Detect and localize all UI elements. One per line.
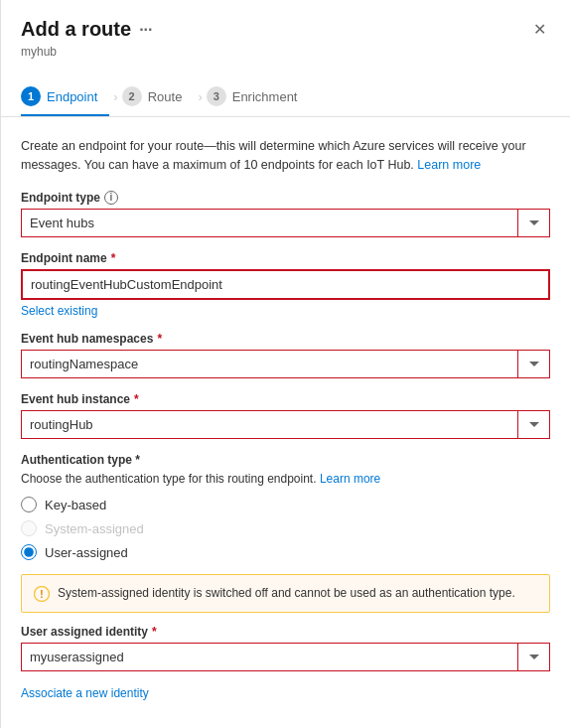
auth-learn-more-link[interactable]: Learn more: [320, 472, 380, 486]
endpoint-type-label: Endpoint type i: [21, 191, 550, 205]
namespaces-select[interactable]: routingNamespace: [22, 351, 549, 377]
step-endpoint[interactable]: 1 Endpoint: [21, 78, 109, 116]
radio-key-based-input[interactable]: [21, 497, 37, 512]
user-identity-required: *: [152, 625, 157, 639]
namespaces-select-wrapper: routingNamespace: [21, 350, 550, 378]
auth-type-group: Authentication type * Choose the authent…: [21, 453, 550, 561]
endpoint-type-group: Endpoint type i Event hubs: [21, 191, 550, 237]
step-route[interactable]: 2 Route: [122, 78, 195, 116]
radio-user-assigned-input[interactable]: [21, 544, 37, 560]
step-sep-2: ›: [198, 89, 202, 106]
endpoint-name-input[interactable]: [21, 269, 550, 300]
radio-system-assigned[interactable]: System-assigned: [21, 520, 550, 536]
description-text: Create an endpoint for your route—this w…: [21, 137, 550, 175]
endpoint-name-label: Endpoint name *: [21, 251, 550, 265]
radio-key-based[interactable]: Key-based: [21, 497, 550, 512]
endpoint-type-info-icon[interactable]: i: [104, 191, 118, 205]
panel-title-text: Add a route: [21, 18, 131, 41]
panel-header: Add a route ··· ✕ myhub 1 Endpoint › 2 R…: [1, 0, 570, 117]
instance-select[interactable]: routingHub: [22, 411, 549, 438]
panel-subtitle: myhub: [21, 45, 550, 59]
content-area: Create an endpoint for your route—this w…: [1, 117, 570, 720]
auth-radio-group: Key-based System-assigned User-assigned: [21, 497, 550, 560]
step-sep-1: ›: [113, 89, 117, 106]
namespaces-required: *: [157, 332, 162, 346]
auth-description: Choose the authentication type for this …: [21, 471, 550, 488]
instance-required: *: [134, 392, 139, 406]
panel-options-button[interactable]: ···: [139, 21, 152, 39]
warning-icon: !: [34, 586, 50, 602]
panel-title: Add a route ···: [21, 18, 152, 41]
step-3-label: Enrichment: [232, 89, 298, 104]
radio-key-based-label: Key-based: [45, 498, 106, 512]
endpoint-type-select[interactable]: Event hubs: [22, 210, 549, 236]
step-enrichment[interactable]: 3 Enrichment: [207, 78, 310, 116]
auth-required: *: [135, 453, 140, 467]
steps-row: 1 Endpoint › 2 Route › 3 Enrichment: [21, 69, 550, 116]
user-identity-select-wrapper: myuserassigned: [21, 643, 550, 671]
event-hub-namespaces-group: Event hub namespaces * routingNamespace: [21, 332, 550, 378]
radio-user-assigned-label: User-assigned: [45, 545, 128, 560]
user-identity-select[interactable]: myuserassigned: [22, 644, 549, 670]
associate-new-identity-link[interactable]: Associate a new identity: [21, 686, 149, 700]
learn-more-link-description[interactable]: Learn more: [417, 158, 481, 172]
instance-select-wrapper: routingHub: [21, 410, 550, 439]
svg-text:!: !: [40, 589, 43, 600]
select-existing-link[interactable]: Select existing: [21, 304, 550, 318]
endpoint-name-required: *: [111, 251, 116, 265]
step-1-label: Endpoint: [47, 89, 97, 104]
user-assigned-identity-label: User assigned identity *: [21, 625, 550, 639]
close-button[interactable]: ✕: [529, 16, 550, 43]
event-hub-instance-group: Event hub instance * routingHub: [21, 392, 550, 439]
step-1-circle: 1: [21, 86, 41, 106]
radio-user-assigned[interactable]: User-assigned: [21, 544, 550, 560]
add-route-panel: Add a route ··· ✕ myhub 1 Endpoint › 2 R…: [0, 0, 570, 728]
warning-text: System-assigned identity is switched off…: [58, 585, 515, 602]
endpoint-type-select-wrapper: Event hubs: [21, 209, 550, 237]
user-assigned-identity-group: User assigned identity * myuserassigned: [21, 625, 550, 671]
step-2-circle: 2: [122, 86, 142, 106]
radio-system-assigned-input: [21, 520, 37, 536]
radio-system-assigned-label: System-assigned: [45, 521, 144, 536]
warning-box: ! System-assigned identity is switched o…: [21, 574, 550, 613]
endpoint-name-group: Endpoint name * Select existing: [21, 251, 550, 318]
auth-type-title: Authentication type *: [21, 453, 550, 467]
step-3-circle: 3: [207, 86, 226, 106]
step-2-label: Route: [148, 89, 183, 104]
event-hub-instance-label: Event hub instance *: [21, 392, 550, 406]
event-hub-namespaces-label: Event hub namespaces *: [21, 332, 550, 346]
